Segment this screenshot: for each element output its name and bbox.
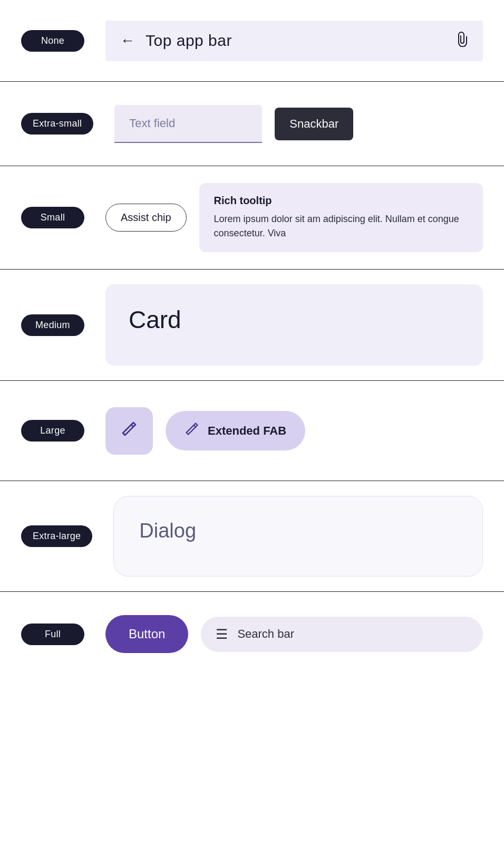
medium-badge: Medium	[21, 314, 84, 336]
medium-section: Medium Card	[0, 270, 504, 381]
snackbar: Snackbar	[275, 108, 353, 140]
primary-button[interactable]: Button	[105, 615, 188, 653]
extra-small-badge: Extra-small	[21, 113, 93, 135]
top-app-bar: ← Top app bar	[105, 21, 483, 61]
text-field[interactable]: Text field	[114, 105, 262, 143]
paperclip-icon	[454, 31, 468, 51]
text-field-placeholder: Text field	[129, 117, 175, 130]
menu-icon: ☰	[216, 626, 228, 642]
extended-fab-button[interactable]: Extended FAB	[166, 411, 305, 450]
none-badge: None	[21, 30, 84, 52]
rich-tooltip-body: Lorem ipsum dolor sit am adipiscing elit…	[214, 212, 468, 241]
dialog-title: Dialog	[139, 520, 196, 542]
dialog: Dialog	[113, 496, 483, 577]
fab-edit-icon	[121, 420, 138, 441]
extra-small-section: Extra-small Text field Snackbar	[0, 82, 504, 166]
fab-button[interactable]	[105, 407, 153, 455]
small-section: Small Assist chip Rich tooltip Lorem ips…	[0, 166, 504, 270]
search-bar-label: Search bar	[237, 627, 294, 641]
full-badge: Full	[21, 624, 84, 645]
full-section: Full Button ☰ Search bar	[0, 592, 504, 676]
top-app-bar-title: Top app bar	[146, 32, 232, 50]
assist-chip[interactable]: Assist chip	[105, 204, 187, 232]
none-section: None ← Top app bar	[0, 0, 504, 82]
extended-fab-edit-icon	[185, 421, 199, 440]
extra-large-badge: Extra-large	[21, 525, 92, 547]
card: Card	[105, 284, 483, 366]
large-badge: Large	[21, 420, 84, 442]
extended-fab-label: Extended FAB	[208, 424, 286, 438]
extra-large-section: Extra-large Dialog	[0, 481, 504, 592]
small-badge: Small	[21, 207, 84, 228]
large-section: Large Extended FAB	[0, 381, 504, 481]
search-bar[interactable]: ☰ Search bar	[201, 617, 483, 652]
rich-tooltip-title: Rich tooltip	[214, 195, 468, 207]
back-arrow-icon[interactable]: ←	[120, 32, 135, 49]
card-title: Card	[129, 306, 181, 333]
rich-tooltip: Rich tooltip Lorem ipsum dolor sit am ad…	[199, 183, 483, 252]
